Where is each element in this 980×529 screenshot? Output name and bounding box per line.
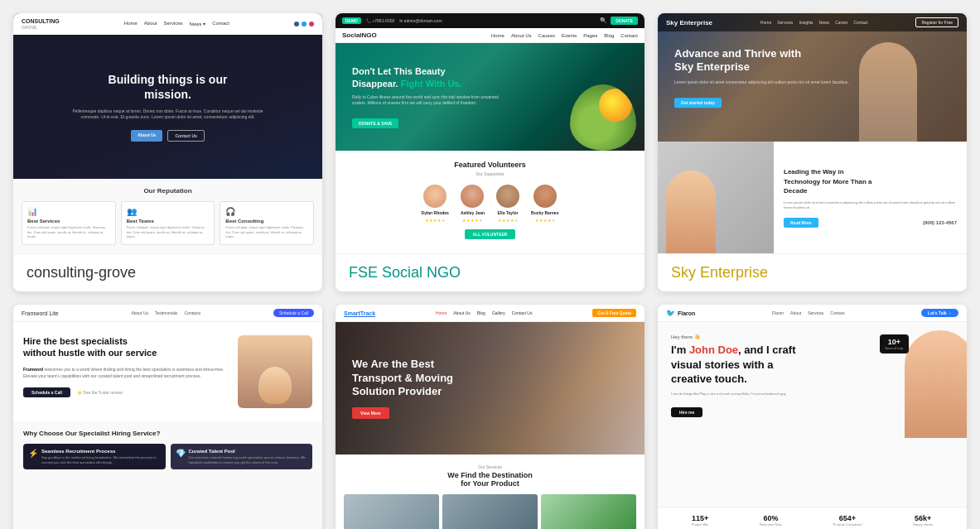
fse-featured-section: Featured Volunteers Our Supporters Dylan… <box>336 151 644 253</box>
flaron-hero-title: I'm John Doe, and I craftvisual stories … <box>671 343 855 387</box>
sky-menu: Home Services Insights News Career Conta… <box>760 20 868 25</box>
flaron-stats: 115+ Project Win 60% Retention Rate 654+… <box>658 507 967 529</box>
cg-nav-about[interactable]: About <box>144 21 157 26</box>
cg-hero: Building things is ourmission. Pellentes… <box>13 35 322 180</box>
cg-nav-home[interactable]: Home <box>124 21 138 26</box>
cg-nav-contact[interactable]: Contact <box>212 21 229 26</box>
flaron-logo: 🐦 Flaron <box>666 309 695 317</box>
flaron-menu-services[interactable]: Services <box>808 310 823 315</box>
fw-schedule-btn[interactable]: Schedule a Call <box>273 309 314 317</box>
sky-read-more-btn[interactable]: Read More <box>784 218 818 228</box>
smart-services-section: Our Services We Find the Destinationfor … <box>336 454 644 529</box>
smart-view-more-btn[interactable]: View More <box>352 407 389 419</box>
smart-menu-about[interactable]: About Us <box>453 310 471 315</box>
fse-vol-stars-3: ★★★★★ <box>498 218 518 223</box>
flaron-badge-num: 10+ <box>885 338 904 346</box>
fw-menu-about[interactable]: About Us <box>131 310 148 315</box>
cg-nav-news[interactable]: News ▾ <box>190 21 206 26</box>
sky-nav-home[interactable]: Home <box>760 20 771 25</box>
smart-service-img-2 <box>442 494 538 529</box>
cg-rep-card-consulting-title: Best Consulting <box>225 219 308 224</box>
flaron-stat-2: 60% Retention Rate <box>760 514 782 527</box>
fse-phone: 📞 +7891-0000 <box>366 18 394 23</box>
flaron-stat-num-1: 115+ <box>692 514 708 522</box>
smart-service-img-1 <box>344 494 439 529</box>
sky-nav-news[interactable]: News <box>819 20 830 25</box>
fse-volunteer-3: Ella Taylor ★★★★★ <box>496 185 519 223</box>
cg-hero-title: Building things is ourmission. <box>109 72 228 102</box>
fse-avatar-3 <box>496 185 519 208</box>
cg-services-icon: 📊 <box>27 207 110 216</box>
cg-rep-cards: 📊 Best Services Fusce volutpat, neque eg… <box>22 201 314 245</box>
cg-rep-card-services-title: Best Services <box>27 219 110 224</box>
fse-donate-btn[interactable]: DONATE & SAVE <box>352 118 398 128</box>
fse-snail-decoration <box>570 84 636 151</box>
fse-hero-title: Don't Let This BeautyDisappear. Fight Wi… <box>352 65 504 89</box>
fse-menu-causes[interactable]: Causes <box>538 33 555 38</box>
fse-volunteers-list: Dylan Rhodes ★★★★★ Ashley Jean ★★★★★ <box>344 185 636 223</box>
smart-quote-btn[interactable]: Get A Free Quote <box>592 309 636 317</box>
fse-email: ✉ admin@domain.com <box>399 18 442 23</box>
fse-all-volunteer-btn[interactable]: ALL VOLUNTEER <box>465 229 516 239</box>
cg-facebook-icon[interactable] <box>294 22 299 26</box>
sky-nav-services[interactable]: Services <box>777 20 793 25</box>
sky-hero-cta-btn[interactable]: Get started today <box>674 98 722 108</box>
sky-hero-content: Advance and Thrive withSky Enterprise Lo… <box>674 47 849 108</box>
fse-search-icon[interactable]: 🔍 <box>600 17 607 24</box>
fse-volunteer-4: Bucky Barnes ★★★★★ <box>531 185 558 223</box>
fse-vol-stars-2: ★★★★★ <box>462 218 482 223</box>
fse-menu-blog[interactable]: Blog <box>604 33 614 38</box>
fse-menu-events[interactable]: Events <box>562 33 577 38</box>
flaron-menu-contact[interactable]: Contact <box>830 310 844 315</box>
sky-nav-insights[interactable]: Insights <box>799 20 813 25</box>
cg-contact-btn[interactable]: Contact Us <box>167 130 204 142</box>
cg-logo-text: CONSULTING <box>22 18 60 25</box>
fw-hero-cta: Schedule a Call ⭐ See the 5-star review <box>23 387 229 397</box>
sky-register-btn[interactable]: Register for Free <box>915 17 958 27</box>
fse-main-nav: SocialNGO Home About Us Causes Events Pa… <box>336 28 644 43</box>
fw-menu-testimonials[interactable]: Testimonials <box>155 310 178 315</box>
fse-avatar-1 <box>423 185 447 208</box>
fse-menu-pages[interactable]: Pages <box>583 33 597 38</box>
fse-menu-home[interactable]: Home <box>491 33 504 38</box>
flaron-letstalk-btn[interactable]: Let's Talk → <box>921 309 958 317</box>
fse-menu-contact[interactable]: Contact <box>620 33 638 38</box>
smart-menu-home[interactable]: Home <box>436 310 447 315</box>
sky-lower-image <box>658 142 774 253</box>
sky-nav-career[interactable]: Career <box>835 20 847 25</box>
fse-nav-right: 🔍 DONATE <box>600 17 638 25</box>
fw-hero: Hire the best specialistswithout hustle … <box>13 322 322 421</box>
fw-menu-contacts[interactable]: Contacts <box>185 310 201 315</box>
fse-menu: Home About Us Causes Events Pages Blog C… <box>491 33 638 38</box>
smart-menu-blog[interactable]: Blog <box>477 310 485 315</box>
smart-hero-title: We Are the BestTransport & MovingSolutio… <box>352 358 504 400</box>
flaron-menu-about[interactable]: About <box>790 310 801 315</box>
smart-menu: Home About Us Blog Gallery Contact Us <box>436 310 533 315</box>
fse-vol-name-1: Dylan Rhodes <box>422 210 449 215</box>
fse-create-btn[interactable]: DONATE <box>611 17 638 25</box>
fse-snail-shell <box>599 89 632 122</box>
fse-top-nav: DEMO 📞 +7891-0000 ✉ admin@domain.com 🔍 D… <box>336 13 644 28</box>
cg-instagram-icon[interactable] <box>309 22 314 26</box>
flaron-greeting: Hey there 👋 <box>671 334 700 339</box>
fse-menu-about[interactable]: About Us <box>511 33 532 38</box>
smart-menu-gallery[interactable]: Gallery <box>492 310 505 315</box>
flaron-stat-num-3: 654+ <box>833 514 862 522</box>
fse-featured-title: Featured Volunteers <box>344 161 636 169</box>
cg-nav-links: Home About Services News ▾ Contact <box>124 21 229 26</box>
smart-navbar: SmartTrack Home About Us Blog Gallery Co… <box>336 305 644 322</box>
fse-vol-stars-1: ★★★★★ <box>425 218 445 223</box>
cg-consulting-icon: 🎧 <box>225 207 308 216</box>
fw-cta-btn[interactable]: Schedule a Call <box>23 387 70 397</box>
flaron-menu-home[interactable]: Flaron <box>772 310 784 315</box>
card-preview-framework: Framword Lite About Us Testimonials Cont… <box>13 305 322 529</box>
smart-menu-contact[interactable]: Contact Us <box>512 310 533 315</box>
flaron-hire-btn[interactable]: Hire me <box>671 407 702 417</box>
cg-nav-services[interactable]: Services <box>164 21 183 26</box>
sky-nav-contact[interactable]: Contact <box>853 20 867 25</box>
cg-about-btn[interactable]: About Us <box>131 130 162 142</box>
fw-why-card-2-content: Curated Talent Pool Our extensive networ… <box>189 449 308 464</box>
cg-twitter-icon[interactable] <box>302 22 307 26</box>
fse-hero-content: Don't Let This BeautyDisappear. Fight Wi… <box>352 65 504 128</box>
sky-hero-section: Sky Enterprise Home Services Insights Ne… <box>658 13 967 142</box>
